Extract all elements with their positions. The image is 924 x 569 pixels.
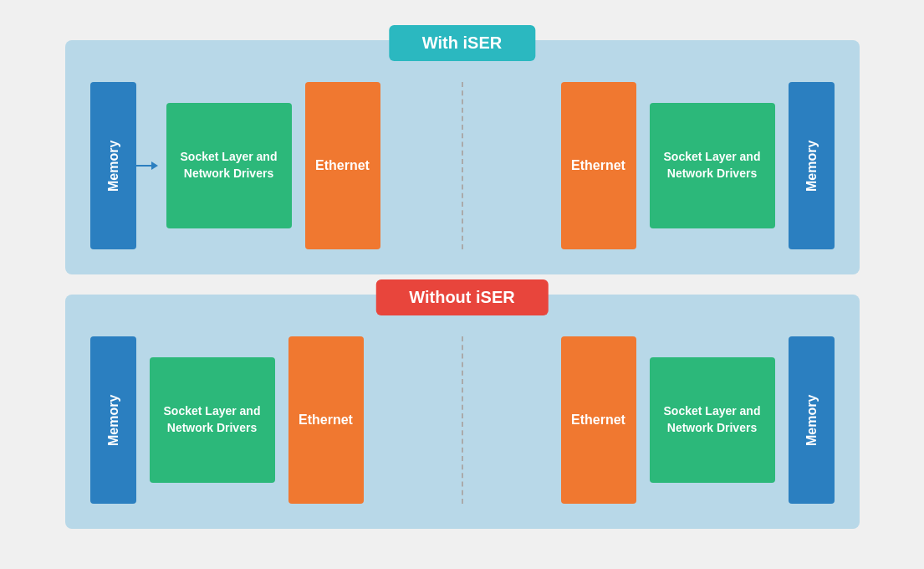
left-memory-wrapper: Memory	[90, 82, 153, 249]
center-divider-2	[462, 336, 463, 504]
with-iser-left-group: Memory Socket Layer and Network Drivers …	[90, 82, 380, 249]
left-memory-block: Memory	[90, 82, 136, 249]
without-iser-right-group: Ethernet Socket Layer and Network Driver…	[561, 336, 835, 504]
without-iser-diagram: Memory Socket Layer and Network Drivers …	[90, 336, 835, 504]
without-right-memory-block: Memory	[789, 336, 835, 504]
without-iser-section: Without iSER Memory Socket Layer and Net…	[65, 295, 860, 529]
with-iser-right-group: Ethernet Socket Layer and Network Driver…	[561, 82, 835, 249]
without-iser-title: Without iSER	[375, 279, 548, 315]
left-ethernet-block: Ethernet	[305, 82, 380, 249]
with-iser-diagram: Memory Socket Layer and Network Drivers …	[90, 82, 835, 249]
without-left-socket-block: Socket Layer and Network Drivers	[150, 357, 275, 483]
with-iser-section: With iSER Memory Socket Layer and Networ…	[65, 40, 860, 274]
left-memory-arrow	[136, 165, 153, 167]
right-memory-block: Memory	[789, 82, 835, 249]
right-ethernet-block: Ethernet	[561, 82, 636, 249]
center-divider	[462, 82, 463, 249]
without-left-memory-block: Memory	[90, 336, 136, 504]
with-iser-title: With iSER	[389, 25, 535, 61]
without-iser-left-group: Memory Socket Layer and Network Drivers …	[90, 336, 364, 504]
right-socket-block: Socket Layer and Network Drivers	[650, 103, 775, 228]
without-right-ethernet-block: Ethernet	[561, 336, 636, 504]
left-socket-block: Socket Layer and Network Drivers	[166, 103, 292, 228]
without-left-ethernet-block: Ethernet	[288, 336, 364, 504]
without-right-socket-block: Socket Layer and Network Drivers	[650, 357, 775, 483]
